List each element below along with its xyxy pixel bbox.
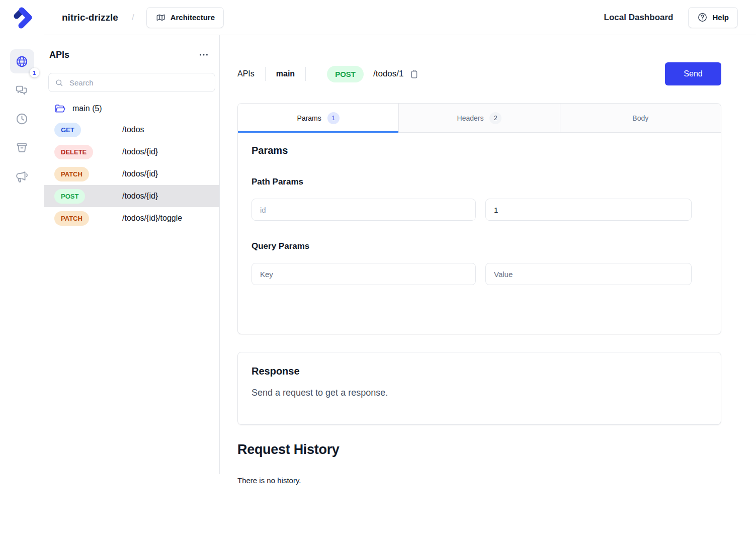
folder-open-icon: [54, 103, 66, 115]
rail-item-topics[interactable]: [10, 164, 34, 188]
method-badge: PATCH: [54, 167, 89, 181]
params-title: Params: [251, 145, 707, 156]
local-dashboard-label: Local Dashboard: [604, 13, 674, 23]
copy-path-button[interactable]: [408, 68, 420, 80]
endpoint-row[interactable]: PATCH /todos/{id}/toggle: [44, 207, 219, 229]
method-badge: PATCH: [54, 211, 89, 226]
request-history-empty: There is no history.: [237, 476, 756, 485]
bucket-icon: [15, 141, 29, 154]
chat-bubbles-icon: [15, 83, 29, 97]
rail-item-apis[interactable]: 1: [10, 49, 34, 73]
project-name: nitric-drizzle: [62, 12, 118, 23]
icon-rail: 1: [0, 0, 44, 474]
rail-item-storage[interactable]: [10, 135, 34, 159]
tab-label: Params: [297, 114, 321, 122]
endpoint-path: /todos/{id}: [122, 147, 158, 156]
tab-count-badge: 2: [489, 112, 501, 124]
ellipsis-icon: [198, 49, 209, 60]
path-params-title: Path Params: [251, 177, 707, 187]
endpoint-path: /todos: [122, 125, 144, 134]
request-header: APIs main POST /todos/1 Send: [237, 62, 721, 85]
breadcrumb-separator: /: [132, 13, 134, 23]
tab-body[interactable]: Body: [560, 104, 721, 132]
breadcrumb-root: APIs: [237, 69, 255, 78]
clipboard-icon: [409, 69, 419, 79]
apis-sidebar: APIs main (5) GET /todos: [44, 35, 220, 474]
request-card: Params 1 Headers 2 Body Params Path Para…: [237, 103, 721, 334]
tab-params[interactable]: Params 1: [238, 104, 398, 132]
endpoint-path: /todos/{id}/toggle: [122, 214, 182, 223]
request-tabs: Params 1 Headers 2 Body: [238, 104, 721, 133]
breadcrumb-divider: [305, 67, 306, 81]
apis-count-badge: 1: [30, 68, 39, 77]
search-icon: [55, 78, 63, 87]
search-box: [48, 73, 215, 92]
breadcrumb-divider: [265, 67, 266, 81]
api-group-main[interactable]: main (5): [44, 99, 219, 119]
response-empty-message: Send a request to get a response.: [251, 388, 707, 398]
path-params-row: [251, 199, 707, 221]
search-input[interactable]: [68, 78, 209, 87]
path-param-key-input[interactable]: [251, 199, 476, 221]
response-title: Response: [251, 366, 707, 377]
endpoint-row[interactable]: DELETE /todos/{id}: [44, 141, 219, 163]
endpoint-row[interactable]: PATCH /todos/{id}: [44, 163, 219, 185]
clock-icon: [15, 112, 29, 126]
request-method-badge: POST: [327, 66, 364, 82]
sidebar-menu-button[interactable]: [197, 47, 210, 62]
api-group-label: main (5): [72, 104, 102, 113]
rail-item-websockets[interactable]: [10, 78, 34, 102]
endpoint-row[interactable]: GET /todos: [44, 119, 219, 141]
nitric-logo: [10, 6, 34, 30]
query-params-row: [251, 263, 707, 285]
response-card: Response Send a request to get a respons…: [237, 352, 721, 425]
send-button[interactable]: Send: [665, 62, 721, 85]
main-content: APIs main POST /todos/1 Send Params 1 He…: [220, 35, 756, 548]
request-history-title: Request History: [237, 442, 756, 458]
query-params-title: Query Params: [251, 241, 707, 251]
question-circle-icon: [697, 12, 708, 23]
tab-label: Body: [632, 114, 648, 122]
help-label: Help: [712, 13, 729, 22]
tab-count-badge: 1: [327, 112, 340, 124]
tab-headers[interactable]: Headers 2: [398, 104, 559, 132]
request-path: /todos/1: [373, 69, 404, 79]
map-icon: [155, 12, 166, 23]
tab-label: Headers: [457, 114, 484, 122]
path-param-value-input[interactable]: [485, 199, 692, 221]
sidebar-title: APIs: [49, 50, 69, 60]
top-header: nitric-drizzle / Architecture Local Dash…: [44, 0, 756, 35]
architecture-button[interactable]: Architecture: [146, 7, 224, 28]
endpoint-path: /todos/{id}: [122, 169, 158, 178]
endpoint-row-selected[interactable]: POST /todos/{id}: [44, 185, 219, 207]
help-button[interactable]: Help: [688, 7, 738, 28]
endpoint-path: /todos/{id}: [122, 192, 158, 201]
query-param-key-input[interactable]: [251, 263, 476, 285]
globe-icon: [15, 55, 29, 68]
method-badge: POST: [54, 189, 85, 204]
rail-item-schedules[interactable]: [10, 107, 34, 131]
breadcrumb-api: main: [276, 69, 295, 78]
query-param-value-input[interactable]: [485, 263, 692, 285]
method-badge: DELETE: [54, 145, 93, 159]
method-badge: GET: [54, 123, 81, 137]
architecture-label: Architecture: [171, 13, 215, 22]
megaphone-icon: [15, 169, 29, 183]
